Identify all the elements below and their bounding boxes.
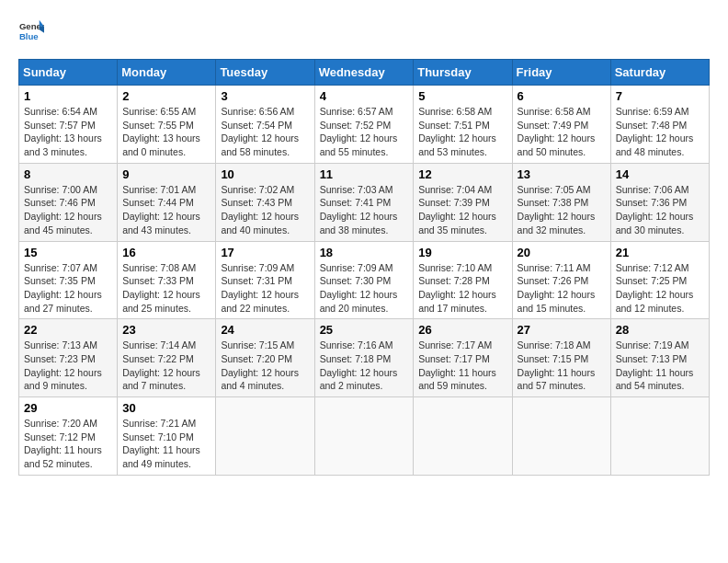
day-cell: 28 Sunrise: 7:19 AM Sunset: 7:13 PM Dayl…	[610, 319, 709, 397]
day-cell: 14 Sunrise: 7:06 AM Sunset: 7:36 PM Dayl…	[610, 163, 709, 241]
day-info: Sunrise: 7:13 AM Sunset: 7:23 PM Dayligh…	[24, 339, 112, 393]
weekday-header-friday: Friday	[512, 60, 610, 86]
day-cell: 11 Sunrise: 7:03 AM Sunset: 7:41 PM Dayl…	[314, 163, 414, 241]
day-cell	[414, 397, 512, 476]
weekday-header-tuesday: Tuesday	[216, 60, 314, 86]
calendar-table: SundayMondayTuesdayWednesdayThursdayFrid…	[18, 59, 710, 476]
day-info: Sunrise: 7:01 AM Sunset: 7:44 PM Dayligh…	[122, 183, 210, 237]
day-cell: 10 Sunrise: 7:02 AM Sunset: 7:43 PM Dayl…	[216, 163, 314, 241]
day-cell: 16 Sunrise: 7:08 AM Sunset: 7:33 PM Dayl…	[118, 241, 216, 319]
day-cell: 1 Sunrise: 6:54 AM Sunset: 7:57 PM Dayli…	[19, 86, 118, 164]
day-info: Sunrise: 7:07 AM Sunset: 7:35 PM Dayligh…	[24, 261, 112, 316]
day-info: Sunrise: 7:17 AM Sunset: 7:17 PM Dayligh…	[418, 339, 506, 393]
day-cell: 7 Sunrise: 6:59 AM Sunset: 7:48 PM Dayli…	[610, 86, 709, 164]
day-info: Sunrise: 7:21 AM Sunset: 7:10 PM Dayligh…	[122, 417, 210, 471]
svg-marker-3	[40, 27, 44, 33]
day-number: 21	[616, 246, 704, 259]
day-info: Sunrise: 7:15 AM Sunset: 7:20 PM Dayligh…	[221, 339, 309, 393]
day-number: 30	[122, 401, 210, 415]
day-number: 10	[221, 167, 309, 181]
day-number: 6	[518, 89, 606, 103]
day-cell: 2 Sunrise: 6:55 AM Sunset: 7:55 PM Dayli…	[118, 86, 216, 164]
day-cell: 5 Sunrise: 6:58 AM Sunset: 7:51 PM Dayli…	[414, 86, 512, 164]
day-info: Sunrise: 7:16 AM Sunset: 7:18 PM Dayligh…	[320, 339, 409, 393]
day-number: 1	[24, 89, 112, 103]
day-number: 8	[24, 167, 112, 181]
day-cell: 29 Sunrise: 7:20 AM Sunset: 7:12 PM Dayl…	[19, 397, 118, 476]
day-info: Sunrise: 7:12 AM Sunset: 7:25 PM Dayligh…	[616, 261, 704, 316]
day-cell: 4 Sunrise: 6:57 AM Sunset: 7:52 PM Dayli…	[314, 86, 414, 164]
weekday-header-saturday: Saturday	[610, 60, 709, 86]
day-cell: 18 Sunrise: 7:09 AM Sunset: 7:30 PM Dayl…	[314, 241, 414, 319]
day-cell	[216, 397, 314, 476]
day-cell: 26 Sunrise: 7:17 AM Sunset: 7:17 PM Dayl…	[414, 319, 512, 397]
day-info: Sunrise: 7:04 AM Sunset: 7:39 PM Dayligh…	[418, 183, 506, 237]
day-cell: 3 Sunrise: 6:56 AM Sunset: 7:54 PM Dayli…	[216, 86, 314, 164]
day-cell: 12 Sunrise: 7:04 AM Sunset: 7:39 PM Dayl…	[414, 163, 512, 241]
day-cell: 24 Sunrise: 7:15 AM Sunset: 7:20 PM Dayl…	[216, 319, 314, 397]
day-number: 13	[518, 167, 606, 181]
day-number: 9	[122, 167, 210, 181]
day-info: Sunrise: 6:56 AM Sunset: 7:54 PM Dayligh…	[221, 105, 309, 159]
day-info: Sunrise: 6:58 AM Sunset: 7:51 PM Dayligh…	[418, 105, 506, 159]
day-number: 2	[122, 89, 210, 103]
day-number: 3	[221, 89, 309, 103]
day-info: Sunrise: 7:18 AM Sunset: 7:15 PM Dayligh…	[518, 339, 606, 393]
day-number: 18	[320, 246, 409, 259]
weekday-header-thursday: Thursday	[414, 60, 512, 86]
day-cell	[314, 397, 414, 476]
svg-text:Blue: Blue	[19, 31, 39, 41]
day-info: Sunrise: 6:55 AM Sunset: 7:55 PM Dayligh…	[122, 105, 210, 159]
day-info: Sunrise: 7:08 AM Sunset: 7:33 PM Dayligh…	[122, 261, 210, 316]
day-info: Sunrise: 7:00 AM Sunset: 7:46 PM Dayligh…	[24, 183, 112, 237]
day-info: Sunrise: 7:09 AM Sunset: 7:30 PM Dayligh…	[320, 261, 409, 316]
day-number: 24	[221, 323, 309, 337]
day-number: 25	[320, 323, 409, 337]
day-cell: 30 Sunrise: 7:21 AM Sunset: 7:10 PM Dayl…	[118, 397, 216, 476]
day-number: 20	[518, 246, 606, 259]
logo-icon: General Blue	[18, 18, 44, 44]
day-info: Sunrise: 7:10 AM Sunset: 7:28 PM Dayligh…	[418, 261, 506, 316]
day-info: Sunrise: 6:59 AM Sunset: 7:48 PM Dayligh…	[616, 105, 704, 159]
day-cell: 25 Sunrise: 7:16 AM Sunset: 7:18 PM Dayl…	[314, 319, 414, 397]
day-info: Sunrise: 6:58 AM Sunset: 7:49 PM Dayligh…	[518, 105, 606, 159]
day-cell: 15 Sunrise: 7:07 AM Sunset: 7:35 PM Dayl…	[19, 241, 118, 319]
day-number: 27	[518, 323, 606, 337]
day-cell	[512, 397, 610, 476]
day-cell: 13 Sunrise: 7:05 AM Sunset: 7:38 PM Dayl…	[512, 163, 610, 241]
day-info: Sunrise: 7:19 AM Sunset: 7:13 PM Dayligh…	[616, 339, 704, 393]
day-number: 7	[616, 89, 704, 103]
week-row-3: 15 Sunrise: 7:07 AM Sunset: 7:35 PM Dayl…	[19, 241, 710, 319]
day-cell: 22 Sunrise: 7:13 AM Sunset: 7:23 PM Dayl…	[19, 319, 118, 397]
day-number: 11	[320, 167, 409, 181]
week-row-1: 1 Sunrise: 6:54 AM Sunset: 7:57 PM Dayli…	[19, 86, 710, 164]
day-cell: 19 Sunrise: 7:10 AM Sunset: 7:28 PM Dayl…	[414, 241, 512, 319]
week-row-4: 22 Sunrise: 7:13 AM Sunset: 7:23 PM Dayl…	[19, 319, 710, 397]
day-number: 22	[24, 323, 112, 337]
week-row-2: 8 Sunrise: 7:00 AM Sunset: 7:46 PM Dayli…	[19, 163, 710, 241]
day-info: Sunrise: 6:57 AM Sunset: 7:52 PM Dayligh…	[320, 105, 409, 159]
day-cell: 27 Sunrise: 7:18 AM Sunset: 7:15 PM Dayl…	[512, 319, 610, 397]
week-row-5: 29 Sunrise: 7:20 AM Sunset: 7:12 PM Dayl…	[19, 397, 710, 476]
day-number: 23	[122, 323, 210, 337]
day-cell: 9 Sunrise: 7:01 AM Sunset: 7:44 PM Dayli…	[118, 163, 216, 241]
weekday-header-sunday: Sunday	[19, 60, 118, 86]
weekday-header-monday: Monday	[118, 60, 216, 86]
page-header: General Blue	[18, 18, 710, 44]
day-number: 29	[24, 401, 112, 415]
day-info: Sunrise: 7:06 AM Sunset: 7:36 PM Dayligh…	[616, 183, 704, 237]
day-number: 5	[418, 89, 506, 103]
day-cell: 8 Sunrise: 7:00 AM Sunset: 7:46 PM Dayli…	[19, 163, 118, 241]
day-info: Sunrise: 7:05 AM Sunset: 7:38 PM Dayligh…	[518, 183, 606, 237]
day-info: Sunrise: 7:03 AM Sunset: 7:41 PM Dayligh…	[320, 183, 409, 237]
day-cell: 20 Sunrise: 7:11 AM Sunset: 7:26 PM Dayl…	[512, 241, 610, 319]
day-cell: 23 Sunrise: 7:14 AM Sunset: 7:22 PM Dayl…	[118, 319, 216, 397]
day-number: 4	[320, 89, 409, 103]
weekday-header-row: SundayMondayTuesdayWednesdayThursdayFrid…	[19, 60, 710, 86]
day-cell: 21 Sunrise: 7:12 AM Sunset: 7:25 PM Dayl…	[610, 241, 709, 319]
logo: General Blue	[18, 18, 48, 44]
day-number: 17	[221, 246, 309, 259]
day-info: Sunrise: 6:54 AM Sunset: 7:57 PM Dayligh…	[24, 105, 112, 159]
day-cell: 6 Sunrise: 6:58 AM Sunset: 7:49 PM Dayli…	[512, 86, 610, 164]
day-info: Sunrise: 7:02 AM Sunset: 7:43 PM Dayligh…	[221, 183, 309, 237]
